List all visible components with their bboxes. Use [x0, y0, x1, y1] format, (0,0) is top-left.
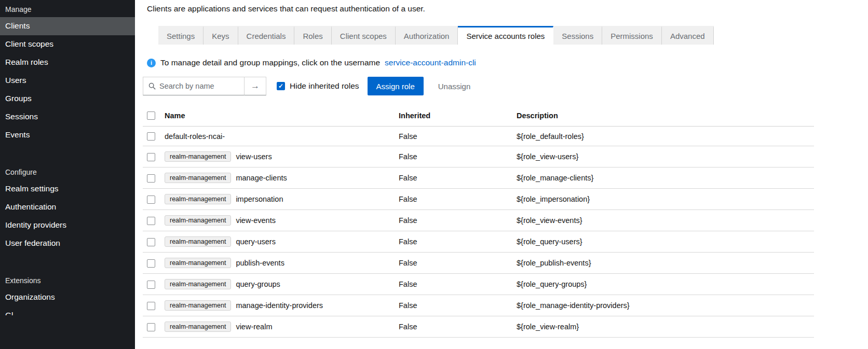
client-badge: realm-management — [165, 173, 231, 183]
tab-service-accounts-roles[interactable]: Service accounts roles — [458, 26, 553, 45]
description-value: ${role_view-users} — [517, 146, 814, 167]
sidebar-item-authentication[interactable]: Authentication — [0, 198, 135, 216]
row-checkbox[interactable] — [147, 323, 155, 331]
row-checkbox[interactable] — [147, 302, 155, 310]
tab-permissions[interactable]: Permissions — [602, 26, 662, 45]
description-value: ${role_manage-clients} — [517, 167, 814, 189]
role-name: view-users — [236, 152, 272, 161]
row-checkbox[interactable] — [147, 281, 155, 289]
table-row-default-roles-ncai: default-roles-ncai-False${role_default-r… — [143, 127, 814, 146]
page: ManageClientsClient scopesRealm rolesUse… — [0, 0, 868, 349]
description-value: ${role_query-groups} — [517, 274, 814, 295]
client-badge: realm-management — [165, 322, 231, 332]
sidebar-item-identity-providers[interactable]: Identity providers — [0, 216, 135, 234]
nav-section-title: Manage — [0, 0, 135, 17]
tab-sessions[interactable]: Sessions — [553, 26, 602, 45]
row-checkbox[interactable] — [147, 153, 155, 161]
table-row-query-users: realm-managementquery-usersFalse${role_q… — [143, 231, 814, 253]
role-name: manage-clients — [236, 174, 287, 182]
role-name: view-realm — [236, 323, 272, 331]
client-badge: realm-management — [165, 194, 231, 204]
sidebar-item-realm-roles[interactable]: Realm roles — [0, 53, 135, 72]
row-checkbox[interactable] — [147, 174, 155, 183]
tab-bar: SettingsKeysCredentialsRolesClient scope… — [158, 26, 814, 45]
table-row-impersonation: realm-managementimpersonationFalse${role… — [143, 189, 814, 210]
tab-keys[interactable]: Keys — [204, 26, 238, 45]
arrow-right-icon: → — [251, 81, 260, 91]
search-submit-button[interactable]: → — [245, 77, 266, 95]
inherited-value: False — [399, 316, 517, 338]
nav-section-manage: ManageClientsClient scopesRealm rolesUse… — [0, 0, 135, 144]
nav-section-title: Extensions — [0, 271, 135, 288]
unassign-button[interactable]: Unassign — [438, 82, 471, 91]
description-value: ${role_view-events} — [517, 210, 814, 231]
client-badge: realm-management — [165, 236, 231, 247]
checkbox-icon[interactable] — [277, 82, 285, 90]
sidebar-nav: ManageClientsClient scopesRealm rolesUse… — [0, 0, 135, 315]
sidebar-item-sessions[interactable]: Sessions — [0, 108, 135, 126]
inherited-value: False — [399, 253, 517, 274]
assign-role-button[interactable]: Assign role — [368, 77, 424, 95]
select-all-checkbox[interactable] — [147, 111, 155, 120]
client-badge: realm-management — [165, 258, 231, 268]
table-row-view-events: realm-managementview-eventsFalse${role_v… — [143, 210, 814, 231]
client-badge: realm-management — [165, 215, 231, 226]
table-row-manage-clients: realm-managementmanage-clientsFalse${rol… — [143, 167, 814, 189]
role-name: query-users — [236, 238, 276, 246]
inherited-value: False — [399, 210, 517, 231]
tab-authorization[interactable]: Authorization — [396, 26, 458, 45]
tab-roles[interactable]: Roles — [294, 26, 331, 45]
hide-inherited-roles-checkbox[interactable]: Hide inherited roles — [277, 81, 359, 91]
row-checkbox[interactable] — [147, 132, 155, 141]
inherited-value: False — [399, 274, 517, 295]
inherited-value: False — [399, 189, 517, 210]
column-header-inherited: Inherited — [399, 105, 517, 127]
role-name: view-events — [236, 216, 276, 225]
table-row-view-users: realm-managementview-usersFalse${role_vi… — [143, 146, 814, 167]
client-badge: realm-management — [165, 279, 231, 289]
row-checkbox[interactable] — [147, 196, 155, 204]
info-message: i To manage detail and group mappings, c… — [147, 58, 814, 67]
tab-advanced[interactable]: Advanced — [662, 26, 714, 45]
inherited-value: False — [399, 146, 517, 167]
search-icon — [148, 82, 156, 90]
sidebar-item-organizations[interactable]: Organizations — [0, 288, 135, 306]
search-group: → — [143, 77, 266, 95]
toolbar: → Hide inherited roles Assign role Unass… — [143, 77, 814, 95]
nav-section-configure: ConfigureRealm settingsAuthenticationIde… — [0, 163, 135, 253]
sidebar-item-groups[interactable]: Groups — [0, 90, 135, 108]
sidebar-item-realm-settings[interactable]: Realm settings — [0, 180, 135, 198]
inherited-value: False — [399, 231, 517, 253]
sidebar: ManageClientsClient scopesRealm rolesUse… — [0, 0, 135, 349]
sidebar-item-clients[interactable]: Clients — [0, 17, 135, 35]
column-header-name: Name — [165, 105, 399, 127]
tab-client-scopes[interactable]: Client scopes — [332, 26, 396, 45]
nav-section-extensions: ExtensionsOrganizationsGl — [0, 271, 135, 315]
description-value: ${role_impersonation} — [517, 189, 814, 210]
service-account-username-link[interactable]: service-account-admin-cli — [385, 58, 476, 67]
client-badge: realm-management — [165, 300, 231, 311]
inherited-value: False — [399, 167, 517, 189]
info-icon: i — [147, 59, 156, 67]
description-value: ${role_publish-events} — [517, 253, 814, 274]
description-value: ${role_view-realm} — [517, 316, 814, 338]
table-row-manage-identity-providers: realm-managementmanage-identity-provider… — [143, 295, 814, 316]
sidebar-item-gl[interactable]: Gl — [0, 306, 135, 315]
table-row-publish-events: realm-managementpublish-eventsFalse${rol… — [143, 253, 814, 274]
role-name: default-roles-ncai- — [165, 132, 225, 141]
sidebar-item-users[interactable]: Users — [0, 72, 135, 90]
tab-settings[interactable]: Settings — [158, 26, 204, 45]
sidebar-item-user-federation[interactable]: User federation — [0, 234, 135, 253]
table-row-view-realm: realm-managementview-realmFalse${role_vi… — [143, 316, 814, 338]
row-checkbox[interactable] — [147, 217, 155, 225]
search-input[interactable] — [159, 82, 239, 90]
tab-credentials[interactable]: Credentials — [238, 26, 295, 45]
role-name: query-groups — [236, 280, 280, 288]
sidebar-item-client-scopes[interactable]: Client scopes — [0, 35, 135, 53]
row-checkbox[interactable] — [147, 259, 155, 268]
roles-table-body: default-roles-ncai-False${role_default-r… — [143, 127, 814, 338]
role-name: impersonation — [236, 195, 283, 203]
description-value: ${role_default-roles} — [517, 127, 814, 146]
sidebar-item-events[interactable]: Events — [0, 126, 135, 144]
row-checkbox[interactable] — [147, 238, 155, 246]
